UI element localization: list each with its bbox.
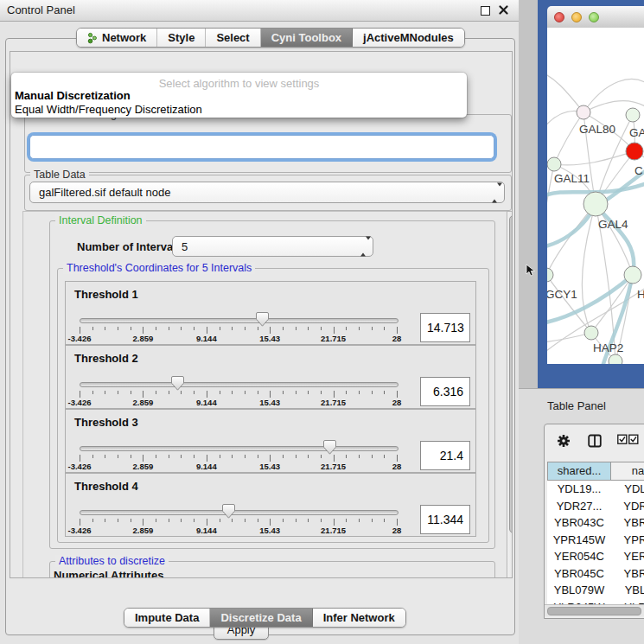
network-node[interactable]: [609, 354, 622, 364]
number-of-intervals-combobox[interactable]: 5: [172, 236, 373, 257]
table-row[interactable]: YDR27...YDR2...: [547, 498, 644, 515]
column-header[interactable]: shared...: [547, 462, 611, 481]
slider-tick-label: 28: [392, 334, 402, 343]
network-node[interactable]: [584, 326, 598, 340]
threshold-slider-track[interactable]: [80, 446, 399, 451]
threshold-panel-4: Threshold 4-3.4262.8599.14415.4321.71528…: [65, 473, 476, 537]
network-canvas[interactable]: GAL80GACGAL11GAL4GCY1HHAP2: [547, 28, 644, 364]
table-cell: YDR27...: [547, 498, 611, 515]
threshold-slider-track[interactable]: [80, 382, 399, 387]
tab-label: Discretize Data: [220, 611, 301, 624]
network-edge: [547, 73, 583, 112]
algorithm-combo-placeholder: Select algorithm to view settings: [11, 77, 467, 90]
gear-icon[interactable]: [557, 434, 571, 448]
threshold-value-field[interactable]: 14.713: [420, 313, 470, 342]
number-of-intervals-label: Number of Intervals: [77, 240, 182, 253]
attributes-group: Attributes to discretize Numerical Attri…: [49, 561, 495, 578]
scrollbar-thumb[interactable]: [509, 215, 513, 533]
network-node-label: C: [634, 164, 643, 177]
popup-item-manual-discretization[interactable]: Manual Discretization: [15, 89, 131, 102]
slider-tick-label: -3.426: [68, 462, 92, 471]
float-panel-icon[interactable]: [481, 6, 490, 16]
tab-discretize-data[interactable]: Discretize Data: [210, 609, 312, 627]
network-node[interactable]: [626, 108, 640, 122]
table-row[interactable]: YPR145WYPR1...: [547, 532, 644, 549]
slider-tick-label: 21.715: [321, 334, 346, 343]
tab-network[interactable]: Network: [77, 29, 157, 47]
network-edge: [547, 275, 591, 333]
slider-thumb[interactable]: [222, 504, 235, 519]
slider-tick-label: 21.715: [321, 462, 346, 471]
tab-impute-data[interactable]: Impute Data: [124, 609, 210, 627]
network-edge: [583, 80, 644, 112]
table-panel-window: shared...na... YDL19...YDL1...YDR27...YD…: [544, 424, 644, 619]
zoom-traffic-light[interactable]: [589, 12, 599, 22]
network-node[interactable]: [577, 105, 590, 119]
control-panel-titlebar: Control Panel: [0, 0, 519, 22]
slider-tick-label: 15.43: [259, 526, 280, 535]
threshold-value-field[interactable]: 11.344: [420, 505, 470, 534]
table-row[interactable]: YER054CYER0...: [547, 548, 644, 565]
network-node-label: GAL80: [579, 123, 615, 136]
network-node[interactable]: [547, 157, 561, 171]
minimize-traffic-light[interactable]: [571, 12, 582, 22]
vertical-scrollbar[interactable]: [507, 211, 513, 578]
table-panel-section: Table Panel shared...na... YDL19..: [519, 388, 644, 644]
network-node[interactable]: [583, 192, 608, 216]
network-node-label: GAL11: [554, 172, 590, 185]
select-columns-checkboxes-icon[interactable]: [617, 434, 640, 445]
slider-tick-label: 9.144: [196, 334, 217, 343]
table-row[interactable]: YBR045CYBR0...: [547, 565, 644, 583]
table-row[interactable]: YBR043CYBR0...: [547, 514, 644, 532]
table-data-combobox[interactable]: galFiltered.sif default node: [29, 182, 505, 203]
table-cell: YPR145W: [547, 532, 611, 549]
scrollbar-thumb[interactable]: [547, 607, 641, 615]
combo-arrows-icon: [492, 186, 498, 199]
table-horizontal-scrollbar[interactable]: [545, 604, 644, 616]
threshold-slider-track[interactable]: [80, 510, 399, 515]
network-node[interactable]: [624, 266, 641, 284]
network-window-titlebar[interactable]: [547, 6, 644, 29]
slider-thumb[interactable]: [256, 312, 269, 327]
slider-tick-labels: -3.4262.8599.14415.4321.71528: [80, 398, 397, 407]
popup-item-equal-width-frequency[interactable]: Equal Width/Frequency Discretization: [15, 103, 202, 116]
tab-select[interactable]: Select: [206, 29, 260, 47]
threshold-value-field[interactable]: 6.316: [420, 377, 470, 406]
network-node[interactable]: [547, 268, 553, 282]
table-cell: YDL1...: [611, 481, 644, 498]
threshold-value-field[interactable]: 21.4: [420, 441, 470, 470]
table-row[interactable]: YBL079WYBL0...: [547, 582, 644, 599]
tab-label: Network: [102, 31, 146, 44]
slider-tick-label: 21.715: [321, 398, 346, 407]
table-cell: YER054C: [547, 548, 611, 565]
close-icon[interactable]: [499, 5, 508, 15]
table-row[interactable]: YDL19...YDL1...: [547, 481, 644, 498]
network-node-label: H: [637, 288, 644, 301]
slider-thumb[interactable]: [171, 376, 184, 391]
threshold-slider-track[interactable]: [80, 318, 399, 323]
split-columns-icon[interactable]: [588, 434, 602, 448]
table-cell: YBR0...: [611, 514, 644, 532]
close-traffic-light[interactable]: [554, 12, 564, 22]
network-edge: [554, 151, 634, 165]
slider-thumb[interactable]: [323, 440, 336, 455]
algorithm-combobox[interactable]: [29, 135, 494, 159]
tab-jactivemnodules[interactable]: jActiveMNodules: [353, 29, 464, 47]
outer-tab-pane: Discretization Algorithm Table Data galF…: [5, 38, 515, 635]
column-header[interactable]: na...: [611, 462, 644, 481]
interval-definition-group: Interval Definition Number of Intervals …: [49, 220, 495, 549]
slider-tick-label: -3.426: [68, 334, 92, 343]
threshold-panel-1: Threshold 1-3.4262.8599.14415.4321.71528…: [65, 281, 476, 345]
tab-style[interactable]: Style: [157, 29, 206, 47]
settings-scroll-viewport: Interval Definition Number of Intervals …: [22, 211, 508, 578]
threshold-panel-2: Threshold 2-3.4262.8599.14415.4321.71528…: [65, 345, 476, 409]
tab-infer-network[interactable]: Infer Network: [313, 609, 405, 627]
network-node[interactable]: [626, 143, 643, 160]
table-cell: YBR045C: [547, 565, 611, 583]
tab-cyni-toolbox[interactable]: Cyni Toolbox: [261, 29, 353, 47]
table-cell: YER0...: [611, 548, 644, 565]
numerical-attributes-label: Numerical Attributes: [54, 569, 163, 578]
tab-label: Impute Data: [135, 611, 199, 624]
slider-tick-labels: -3.4262.8599.14415.4321.71528: [80, 526, 397, 535]
number-of-intervals-value: 5: [182, 240, 188, 253]
